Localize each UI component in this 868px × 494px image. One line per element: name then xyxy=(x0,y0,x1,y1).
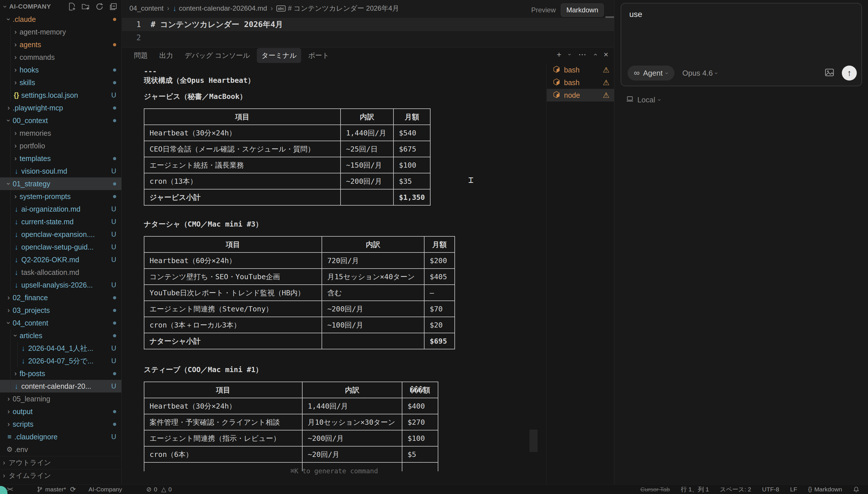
tree-item-system-prompts[interactable]: ›system-prompts xyxy=(0,190,121,203)
tree-item-claude[interactable]: ›.claude xyxy=(0,13,121,25)
markdown-toggle[interactable]: Markdown xyxy=(561,3,604,17)
git-status-badge: U xyxy=(111,281,116,289)
status-eol[interactable]: LF xyxy=(790,486,797,493)
terminal-instance-node[interactable]: node⚠ xyxy=(547,89,614,101)
collapse-all-icon[interactable] xyxy=(109,3,117,11)
more-actions-icon[interactable]: ⋯ xyxy=(578,50,586,59)
tree-item-skills[interactable]: ›skills xyxy=(0,76,121,89)
braces-icon: {} xyxy=(808,486,812,493)
panel-tab-item[interactable]: デバッグ コンソール xyxy=(180,48,254,63)
tree-item-00-context[interactable]: ›00_context xyxy=(0,114,121,127)
new-file-icon[interactable] xyxy=(68,3,76,11)
tree-item-task-allocation-md[interactable]: ↓task-allocation.md xyxy=(0,266,121,279)
editor-line-1[interactable]: 1# コンテンツカレンダー 2026年4月 xyxy=(122,18,614,31)
shell-icon xyxy=(552,78,561,87)
status-notifications-bell[interactable] xyxy=(853,486,860,493)
model-dropdown[interactable]: Opus 4.6 › xyxy=(682,69,718,78)
table-row: エージェント間連携（指示・レビュー）~200回/月$100 xyxy=(144,430,438,446)
chat-input-box[interactable]: use ∞ Agent › Opus 4.6 › ↑ xyxy=(621,3,862,86)
tree-item-current-state-md[interactable]: ↓current-state.mdU xyxy=(0,215,121,228)
tree-item-05-learning[interactable]: ›05_learning xyxy=(0,393,121,405)
agent-mode-dropdown[interactable]: ∞ Agent › xyxy=(627,65,675,80)
maximize-panel-icon[interactable]: › xyxy=(591,54,599,56)
status-workspace-name[interactable]: AI-Company xyxy=(89,486,122,493)
terminal-viewport[interactable]: --- 現状構成（全Opus Heartbeat） ジャービス（秘書／MacBo… xyxy=(122,63,546,484)
terminal-profile-chevron-icon[interactable]: › xyxy=(567,54,573,56)
tree-item-openclaw-setup-guid[interactable]: ↓openclaw-setup-guid...U xyxy=(0,241,121,253)
panel-tab-item[interactable]: 問題 xyxy=(129,48,152,63)
breadcrumb-label: content-calendar-202604.md xyxy=(179,4,267,12)
terminal-instance-bash[interactable]: bash⚠ xyxy=(547,63,614,76)
tree-item-2026-04-04-1[interactable]: ↓2026-04-04_1人社...U xyxy=(0,342,121,355)
tree-item-memories[interactable]: ›memories xyxy=(0,127,121,139)
tree-item-playwright-mcp[interactable]: ›.playwright-mcp xyxy=(0,101,121,114)
breadcrumb-item[interactable]: ↓content-calendar-202604.md xyxy=(173,4,267,13)
tree-item-settings-local-json[interactable]: {}settings.local.jsonU xyxy=(0,89,121,101)
status-cursor-position[interactable]: 行 1、列 1 xyxy=(681,486,709,493)
close-panel-icon[interactable]: × xyxy=(604,50,608,59)
table-header-cell: 内訳 xyxy=(341,109,393,125)
tree-item-env[interactable]: ⚙.env xyxy=(0,443,121,456)
tree-item-q2-2026-okr-md[interactable]: ↓Q2-2026-OKR.mdU xyxy=(0,253,121,266)
tree-item-ai-organization-md[interactable]: ↓ai-organization.mdU xyxy=(0,203,121,215)
tree-item-templates[interactable]: ›templates xyxy=(0,152,121,165)
table-cell: YouTube日次レポート・トレンド監視（HB内） xyxy=(144,285,322,301)
send-button[interactable]: ↑ xyxy=(842,65,857,80)
tree-item-scripts[interactable]: ›scripts xyxy=(0,418,121,431)
preview-toggle[interactable]: Preview xyxy=(531,6,556,14)
tree-item-label: 02_finance xyxy=(13,293,113,302)
panel-tab-item[interactable]: ポート xyxy=(303,48,334,63)
tree-item-openclaw-expansion[interactable]: ↓openclaw-expansion....U xyxy=(0,228,121,241)
table-cell: $20 xyxy=(424,317,455,333)
status-error-count[interactable]: ⊘0 xyxy=(146,486,157,493)
tree-item-agents[interactable]: ›agents xyxy=(0,38,121,51)
tree-item-hooks[interactable]: ›hooks xyxy=(0,63,121,76)
chevron-down-icon[interactable]: › xyxy=(1,5,9,8)
breadcrumb-item[interactable]: abc# コンテンツカレンダー 2026年4月 xyxy=(277,4,399,13)
breadcrumb-item[interactable]: 04_content xyxy=(129,4,164,12)
panel-tab-item[interactable]: ターミナル xyxy=(257,48,301,63)
tree-item-fb-posts[interactable]: ›fb-posts xyxy=(0,367,121,380)
tree-item-2026-04-07-5[interactable]: ↓2026-04-07_5分で...U xyxy=(0,355,121,367)
table-row: CEO日常会話（メール確認・スケジュール・質問）~25回/日$675 xyxy=(144,141,430,157)
tree-item-portfolio[interactable]: ›portfolio xyxy=(0,139,121,152)
attach-image-icon[interactable] xyxy=(825,68,834,78)
status-bar: ><master*⟳AI-Company⊘0△0 Cursor Tab行 1、列… xyxy=(0,484,868,494)
terminal-instance-bash[interactable]: bash⚠ xyxy=(547,76,614,89)
cost-table-jarvis: 項目内訳月額Heartbeat（30分×24h）1,440回/月$540CEO日… xyxy=(144,109,431,206)
tree-item-04-content[interactable]: ›04_content xyxy=(0,317,121,329)
tree-item-02-finance[interactable]: ›02_finance xyxy=(0,291,121,304)
status-indentation[interactable]: スペース: 2 xyxy=(720,486,751,493)
new-folder-icon[interactable] xyxy=(82,3,90,11)
table-cell: エージェント間連携（Steve/Tony） xyxy=(144,301,322,317)
status-encoding[interactable]: UTF-8 xyxy=(762,486,779,493)
terminal-scrollbar-thumb[interactable] xyxy=(529,430,537,452)
panel-tab-item[interactable]: 出力 xyxy=(155,48,178,63)
line-text: # コンテンツカレンダー 2026年4月 xyxy=(151,19,283,30)
status-remote-indicator[interactable]: >< xyxy=(7,486,12,493)
status-git-branch[interactable]: master* xyxy=(37,486,66,493)
chat-input[interactable]: use xyxy=(629,10,642,19)
status-cursor-tab-toggle[interactable]: Cursor Tab xyxy=(641,486,670,493)
git-status-badge: U xyxy=(111,243,116,251)
tree-item-commands[interactable]: ›commands xyxy=(0,51,121,63)
tree-item-03-projects[interactable]: ›03_projects xyxy=(0,304,121,317)
timeline-section[interactable]: ›タイムライン xyxy=(0,469,121,482)
new-terminal-button[interactable]: + xyxy=(557,50,561,59)
tree-item-content-calendar-20[interactable]: ↓content-calendar-20...U xyxy=(0,380,121,393)
tree-item-vision-soul-md[interactable]: ↓vision-soul.mdU xyxy=(0,165,121,177)
tree-item-agent-memory[interactable]: ›agent-memory xyxy=(0,25,121,38)
context-selector[interactable]: Local › xyxy=(626,95,661,105)
tree-item-01-strategy[interactable]: ›01_strategy xyxy=(0,177,121,190)
status-warning-count[interactable]: △0 xyxy=(161,486,172,493)
status-language-mode[interactable]: {}Markdown xyxy=(808,486,842,493)
status-git-sync[interactable]: ⟳ xyxy=(70,486,76,493)
outline-section[interactable]: ›アウトライン xyxy=(0,456,121,469)
editor-line-2[interactable]: 2 xyxy=(122,31,614,44)
tree-item-claudeignore[interactable]: ≡.claudeignoreU xyxy=(0,431,121,443)
tree-item-output[interactable]: ›output xyxy=(0,405,121,418)
tree-item-articles[interactable]: ›articles xyxy=(0,329,121,342)
chevron-right-icon: › xyxy=(5,395,13,403)
refresh-icon[interactable] xyxy=(95,3,103,11)
tree-item-upsell-analysis-2026[interactable]: ↓upsell-analysis-2026...U xyxy=(0,279,121,291)
